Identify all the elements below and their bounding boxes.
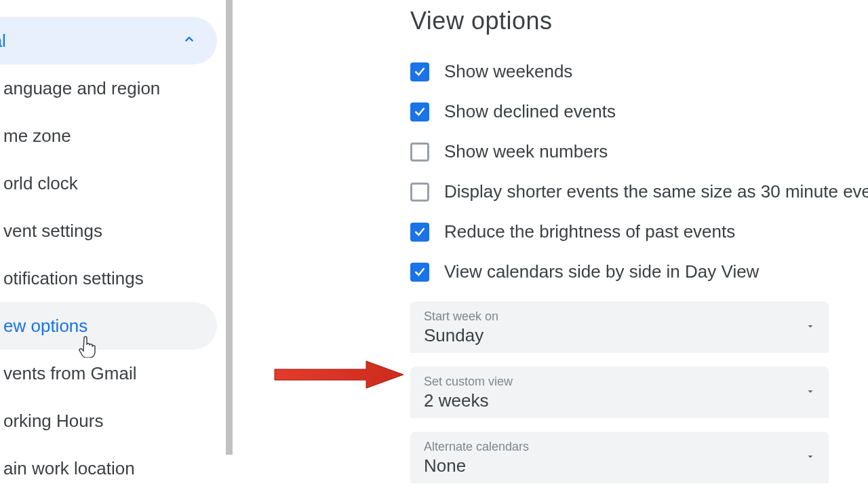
sidebar-item-events-gmail[interactable]: vents from Gmail [0, 350, 217, 397]
checkbox-unchecked-icon[interactable] [410, 183, 429, 202]
checkbox-label: Show declined events [444, 101, 616, 122]
sidebar-item-label: otification settings [3, 268, 144, 289]
sidebar-item-label: vents from Gmail [3, 363, 137, 384]
checkbox-label: Show week numbers [444, 141, 608, 162]
chevron-up-icon [182, 31, 197, 52]
sidebar-item-label: ain work location [3, 458, 135, 479]
sidebar-item-working-hours[interactable]: orking Hours [0, 397, 217, 445]
sidebar-item-main-work-location[interactable]: ain work location [0, 445, 217, 488]
sidebar-section-general[interactable]: ral [0, 17, 217, 64]
select-value: 2 weeks [424, 390, 513, 411]
checkbox-checked-icon[interactable] [410, 62, 429, 81]
select-label: Start week on [424, 309, 498, 324]
sidebar-item-notification-settings[interactable]: otification settings [0, 255, 217, 302]
checkbox-row-shorter-events[interactable]: Display shorter events the same size as … [410, 181, 858, 202]
checkbox-row-side-by-side[interactable]: View calendars side by side in Day View [410, 261, 858, 282]
sidebar-item-view-options[interactable]: ew options [0, 302, 217, 350]
scrollbar-thumb[interactable] [226, 0, 233, 455]
sidebar-scrollbar[interactable] [226, 0, 233, 455]
checkbox-unchecked-icon[interactable] [410, 143, 429, 162]
annotation-arrow-icon [271, 354, 407, 398]
checkbox-checked-icon[interactable] [410, 223, 429, 242]
caret-down-icon [806, 387, 815, 399]
checkbox-row-show-declined[interactable]: Show declined events [410, 101, 858, 122]
select-label: Set custom view [424, 375, 513, 389]
select-value: None [424, 455, 529, 476]
svg-marker-0 [275, 361, 403, 388]
select-start-week[interactable]: Start week on Sunday [410, 301, 829, 353]
select-alternate-calendars[interactable]: Alternate calendars None [410, 432, 829, 483]
checkbox-label: View calendars side by side in Day View [444, 261, 759, 282]
checkbox-label: Show weekends [444, 61, 572, 82]
checkbox-row-reduce-brightness[interactable]: Reduce the brightness of past events [410, 221, 858, 242]
select-value: Sunday [424, 325, 498, 346]
caret-down-icon [806, 322, 815, 334]
sidebar-item-label: me zone [3, 126, 71, 147]
select-label: Alternate calendars [424, 440, 529, 454]
sidebar-item-label: orld clock [3, 173, 78, 194]
checkbox-row-show-weekends[interactable]: Show weekends [410, 61, 858, 82]
sidebar-item-time-zone[interactable]: me zone [0, 112, 217, 159]
sidebar-item-label: orking Hours [3, 411, 103, 432]
caret-down-icon [806, 452, 815, 464]
select-custom-view[interactable]: Set custom view 2 weeks [410, 367, 829, 418]
checkbox-checked-icon[interactable] [410, 263, 429, 282]
checkbox-label: Reduce the brightness of past events [444, 221, 735, 242]
sidebar-item-language-region[interactable]: anguage and region [0, 64, 217, 112]
checkbox-checked-icon[interactable] [410, 102, 429, 121]
settings-sidebar: ral anguage and region me zone orld cloc… [0, 0, 217, 488]
sidebar-item-world-clock[interactable]: orld clock [0, 159, 217, 207]
page-title: View options [410, 7, 858, 35]
sidebar-section-label: ral [0, 31, 6, 52]
checkbox-row-week-numbers[interactable]: Show week numbers [410, 141, 858, 162]
sidebar-item-label: anguage and region [3, 78, 160, 99]
checkbox-label: Display shorter events the same size as … [444, 181, 868, 202]
sidebar-item-label: vent settings [3, 221, 102, 242]
sidebar-item-label: ew options [3, 316, 87, 337]
sidebar-item-event-settings[interactable]: vent settings [0, 207, 217, 255]
view-options-panel: View options Show weekends Show declined… [410, 7, 858, 483]
